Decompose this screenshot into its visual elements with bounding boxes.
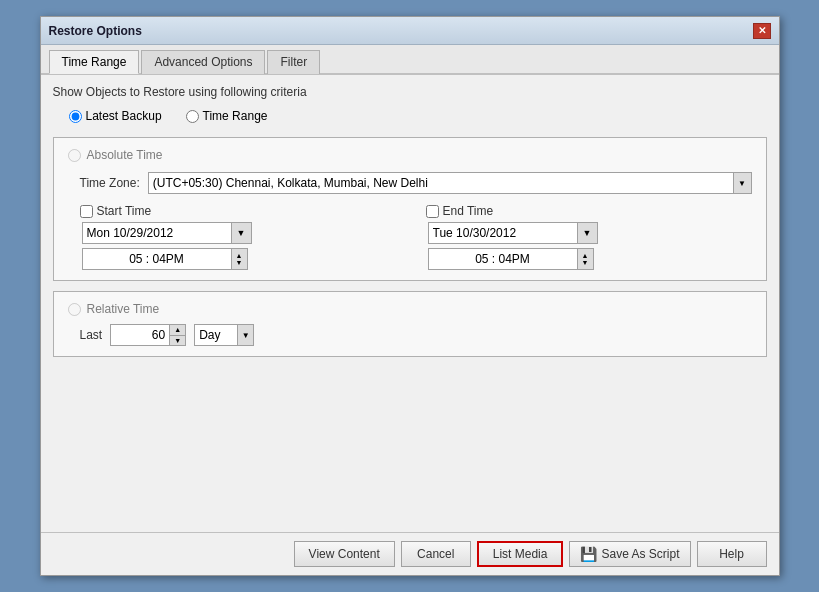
- end-date-dropdown-btn[interactable]: ▼: [578, 222, 598, 244]
- start-date-row: ▼: [82, 222, 406, 244]
- restore-options-window: Restore Options ✕ Time Range Advanced Op…: [40, 16, 780, 576]
- timezone-label: Time Zone:: [80, 176, 140, 190]
- tab-advanced-options[interactable]: Advanced Options: [141, 50, 265, 74]
- end-date-row: ▼: [428, 222, 752, 244]
- help-button[interactable]: Help: [697, 541, 767, 567]
- end-time-checkbox[interactable]: [426, 205, 439, 218]
- relative-time-header: Relative Time: [68, 302, 752, 316]
- start-time-row: ▲ ▼: [82, 248, 406, 270]
- close-button[interactable]: ✕: [753, 23, 771, 39]
- relative-time-label: Relative Time: [87, 302, 160, 316]
- relative-input-wrap: ▲ ▼: [110, 324, 186, 346]
- window-title: Restore Options: [49, 24, 142, 38]
- relative-row: Last ▲ ▼ Day ▼: [80, 324, 752, 346]
- relative-spinner[interactable]: ▲ ▼: [170, 324, 186, 346]
- absolute-time-radio[interactable]: [68, 149, 81, 162]
- end-time-label: End Time: [443, 204, 494, 218]
- timezone-wrapper: (UTC+05:30) Chennai, Kolkata, Mumbai, Ne…: [148, 172, 752, 194]
- datetime-row: Start Time ▼ ▲ ▼: [80, 204, 752, 270]
- tab-bar: Time Range Advanced Options Filter: [41, 45, 779, 75]
- end-time-group: End Time ▼ ▲ ▼: [426, 204, 752, 270]
- end-date-field[interactable]: [428, 222, 578, 244]
- spinner-down-icon[interactable]: ▼: [170, 336, 185, 346]
- tab-time-range[interactable]: Time Range: [49, 50, 140, 74]
- absolute-time-header: Absolute Time: [68, 148, 752, 162]
- last-label: Last: [80, 328, 103, 342]
- tab-filter[interactable]: Filter: [267, 50, 320, 74]
- view-content-button[interactable]: View Content: [294, 541, 395, 567]
- end-time-field[interactable]: [428, 248, 578, 270]
- start-time-header: Start Time: [80, 204, 406, 218]
- start-time-checkbox[interactable]: [80, 205, 93, 218]
- button-bar: View Content Cancel List Media 💾 Save As…: [41, 532, 779, 575]
- absolute-time-panel: Absolute Time Time Zone: (UTC+05:30) Che…: [53, 137, 767, 281]
- start-date-dropdown-btn[interactable]: ▼: [232, 222, 252, 244]
- period-select-wrap: Day ▼: [194, 324, 254, 346]
- start-time-group: Start Time ▼ ▲ ▼: [80, 204, 406, 270]
- timezone-select[interactable]: (UTC+05:30) Chennai, Kolkata, Mumbai, Ne…: [148, 172, 752, 194]
- save-icon: 💾: [580, 546, 597, 562]
- save-as-script-button[interactable]: 💾 Save As Script: [569, 541, 690, 567]
- list-media-button[interactable]: List Media: [477, 541, 564, 567]
- start-date-field[interactable]: [82, 222, 232, 244]
- end-time-spinner[interactable]: ▲ ▼: [578, 248, 594, 270]
- timezone-row: Time Zone: (UTC+05:30) Chennai, Kolkata,…: [80, 172, 752, 194]
- radio-time-range[interactable]: Time Range: [186, 109, 268, 123]
- absolute-time-label: Absolute Time: [87, 148, 163, 162]
- radio-latest-backup[interactable]: Latest Backup: [69, 109, 162, 123]
- start-time-label: Start Time: [97, 204, 152, 218]
- relative-value-input[interactable]: [110, 324, 170, 346]
- relative-time-radio[interactable]: [68, 303, 81, 316]
- main-radio-group: Latest Backup Time Range: [69, 109, 767, 123]
- start-time-spinner[interactable]: ▲ ▼: [232, 248, 248, 270]
- section-description: Show Objects to Restore using following …: [53, 85, 767, 99]
- relative-time-panel: Relative Time Last ▲ ▼ Day ▼: [53, 291, 767, 357]
- save-as-script-label: Save As Script: [601, 547, 679, 561]
- title-bar: Restore Options ✕: [41, 17, 779, 45]
- period-select[interactable]: Day: [194, 324, 254, 346]
- cancel-button[interactable]: Cancel: [401, 541, 471, 567]
- spinner-up-icon[interactable]: ▲: [170, 325, 185, 336]
- end-time-header: End Time: [426, 204, 752, 218]
- start-time-field[interactable]: [82, 248, 232, 270]
- end-time-row: ▲ ▼: [428, 248, 752, 270]
- content-area: Show Objects to Restore using following …: [41, 75, 779, 532]
